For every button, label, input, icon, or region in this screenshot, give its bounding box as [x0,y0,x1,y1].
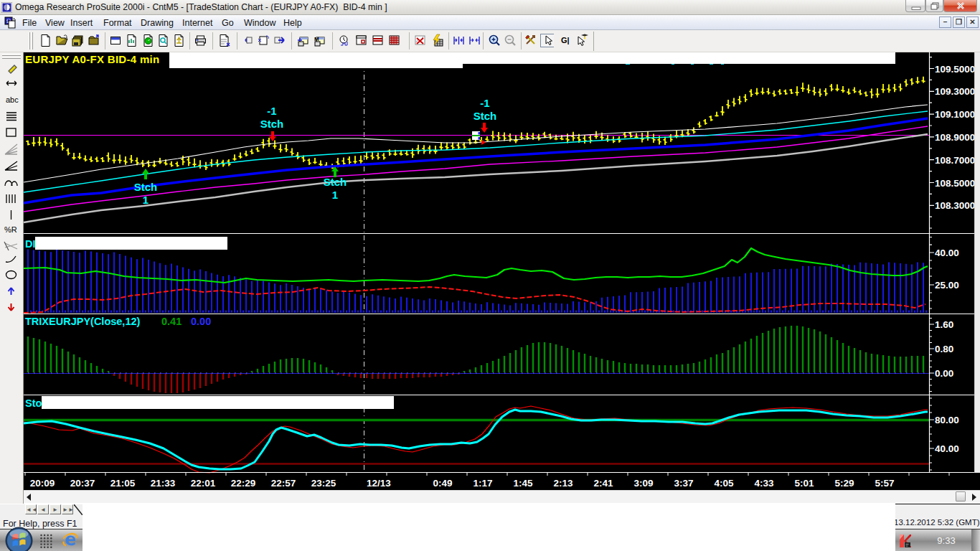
svg-text:20:09: 20:09 [30,478,55,489]
svg-text:109.5000: 109.5000 [935,64,975,75]
svg-text:1:45: 1:45 [513,478,533,489]
svg-text:1.60: 1.60 [935,319,953,330]
svg-text:DI: DI [25,238,36,250]
svg-text:Stch: Stch [324,176,347,188]
svg-text:0.00: 0.00 [935,368,953,379]
svg-text:23:25: 23:25 [311,478,336,489]
svg-text:5:57: 5:57 [875,478,894,489]
svg-text:0.41: 0.41 [161,316,182,327]
svg-text:108.5000: 108.5000 [935,178,975,189]
svg-text:3:09: 3:09 [633,478,653,489]
svg-text:0:49: 0:49 [433,478,452,489]
svg-text:108.3000: 108.3000 [935,200,975,211]
svg-text:20:37: 20:37 [70,478,95,489]
svg-text:1:17: 1:17 [473,478,492,489]
svg-text:0.00: 0.00 [191,316,211,327]
svg-text:3:37: 3:37 [674,478,693,489]
svg-text:25.00: 25.00 [935,280,959,291]
svg-text:EURJPY A0-FX BID-4 min: EURJPY A0-FX BID-4 min [25,53,159,65]
svg-text:2:13: 2:13 [553,478,573,489]
svg-text:5:01: 5:01 [794,478,814,489]
svg-text:109.3000: 109.3000 [935,86,975,97]
svg-text:-1: -1 [480,97,489,109]
svg-text:Sto: Sto [25,397,42,409]
svg-text:108.9000: 108.9000 [935,132,975,143]
svg-text:108.7000: 108.7000 [935,155,975,166]
svg-text:12/13: 12/13 [367,478,391,489]
svg-text:40.00: 40.00 [935,248,959,258]
svg-text:0.80: 0.80 [935,344,953,354]
svg-text:TRIXEURJPY(Close,12): TRIXEURJPY(Close,12) [25,316,141,327]
svg-text:4:05: 4:05 [714,478,734,489]
svg-text:5:29: 5:29 [834,478,854,489]
svg-text:22:29: 22:29 [231,478,256,489]
svg-text:80.00: 80.00 [935,415,959,425]
svg-text:1: 1 [332,189,338,201]
svg-text:22:01: 22:01 [191,478,216,489]
svg-text:2:41: 2:41 [593,478,613,489]
svg-text:21:05: 21:05 [110,478,136,489]
svg-text:1: 1 [143,194,149,206]
svg-text:109.1000: 109.1000 [935,109,975,120]
svg-text:Stch: Stch [260,118,284,130]
svg-text:-1: -1 [267,105,276,117]
svg-text:Stch: Stch [473,110,497,122]
svg-text:21:33: 21:33 [151,478,176,489]
svg-text:4:33: 4:33 [754,478,774,489]
svg-text:40.00: 40.00 [935,443,959,454]
svg-text:Stch: Stch [134,181,158,193]
svg-text:22:57: 22:57 [271,478,296,489]
